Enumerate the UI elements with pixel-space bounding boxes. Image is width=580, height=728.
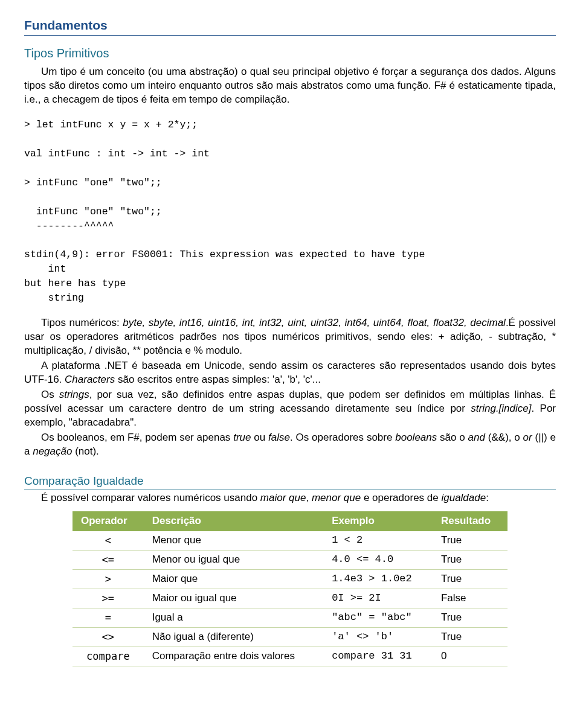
cell-example: 4.0 <= 4.0	[323, 550, 433, 569]
th-descricao: Descrição	[144, 511, 323, 531]
italic-igualdade: igualdade	[441, 492, 486, 503]
italic-characters: Characters	[65, 374, 115, 385]
text: :	[486, 492, 489, 503]
th-resultado: Resultado	[433, 511, 507, 531]
heading-comparacao: Comparação Igualdade	[24, 473, 556, 491]
cell-operator: >=	[72, 589, 144, 608]
cell-operator: compare	[72, 647, 144, 666]
text: É possível comparar valores numéricos us…	[41, 492, 260, 503]
table-row: =Igual a"abc" = "abc"True	[72, 608, 507, 627]
cell-operator: <>	[72, 627, 144, 647]
cell-operator: <=	[72, 550, 144, 569]
cell-result: 0	[433, 647, 507, 666]
th-exemplo: Exemplo	[323, 511, 433, 531]
cell-result: True	[433, 550, 507, 569]
cell-example: compare 31 31	[323, 647, 433, 666]
italic-maior: maior que	[260, 492, 306, 503]
text: ,	[306, 492, 311, 503]
paragraph-strings: Os strings, por sua vez, são definidos e…	[24, 388, 556, 430]
text: Tipos numéricos:	[41, 317, 123, 328]
italic-and: and	[468, 432, 485, 443]
italic-booleans: booleans	[395, 432, 437, 443]
heading-tipos-primitivos: Tipos Primitivos	[24, 45, 556, 62]
italic-types: byte, sbyte, int16, uint16, int, int32, …	[123, 317, 506, 328]
text: são o	[437, 432, 468, 443]
italic-true: true	[233, 432, 251, 443]
cell-result: False	[433, 589, 507, 608]
cell-result: True	[433, 531, 507, 550]
paragraph-numeric-types: Tipos numéricos: byte, sbyte, int16, uin…	[24, 316, 556, 358]
italic-strings: strings	[59, 389, 89, 400]
paragraph-unicode: A plataforma .NET é baseada em Unicode, …	[24, 359, 556, 387]
paragraph-booleans: Os booleanos, em F#, podem ser apenas tr…	[24, 431, 556, 459]
table-header-row: Operador Descrição Exemplo Resultado	[72, 511, 507, 531]
cell-example: "abc" = "abc"	[323, 608, 433, 627]
cell-description: Igual a	[144, 608, 323, 627]
cell-operator: <	[72, 531, 144, 550]
paragraph-intro: Um tipo é um conceito (ou uma abstração)…	[24, 65, 556, 107]
italic-indexing: s­tring.[indice]	[471, 403, 531, 414]
cell-description: Maior ou igual que	[144, 589, 323, 608]
cell-operator: =	[72, 608, 144, 627]
code-block: > let intFunc x y = x + 2*y;; val intFun…	[24, 118, 556, 305]
table-row: <Menor que1 < 2True	[72, 531, 507, 550]
operators-table: Operador Descrição Exemplo Resultado <Me…	[72, 511, 507, 666]
italic-false: false	[268, 432, 290, 443]
text: Os	[41, 389, 59, 400]
italic-or: or	[523, 432, 532, 443]
table-row: <>Não igual a (diferente)'a' <> 'b'True	[72, 627, 507, 647]
paragraph-compare-intro: É possível comparar valores numéricos us…	[24, 491, 556, 505]
cell-example: 1.4e3 > 1.0e2	[323, 569, 433, 589]
text: (&&), o	[485, 432, 523, 443]
table-row: >Maior que1.4e3 > 1.0e2True	[72, 569, 507, 589]
table-row: >=Maior ou igual que0I >= 2IFalse	[72, 589, 507, 608]
cell-description: Não igual a (diferente)	[144, 627, 323, 647]
cell-example: 1 < 2	[323, 531, 433, 550]
th-operador: Operador	[72, 511, 144, 531]
text: . Os operadores sobre	[290, 432, 395, 443]
text: Os booleanos, em F#, podem ser apenas	[41, 432, 233, 443]
italic-menor: menor que	[312, 492, 361, 503]
italic-not: negação	[33, 445, 72, 457]
cell-example: 'a' <> 'b'	[323, 627, 433, 647]
cell-description: Menor ou igual que	[144, 550, 323, 569]
cell-operator: >	[72, 569, 144, 589]
cell-result: True	[433, 608, 507, 627]
cell-description: Maior que	[144, 569, 323, 589]
cell-description: Comparação entre dois valores	[144, 647, 323, 666]
cell-example: 0I >= 2I	[323, 589, 433, 608]
cell-result: True	[433, 569, 507, 589]
text: (not).	[72, 445, 98, 457]
heading-fundamentos: Fundamentos	[24, 17, 556, 36]
text: ou	[251, 432, 269, 443]
text: e operadores de	[361, 492, 441, 503]
cell-result: True	[433, 627, 507, 647]
table-row: compareComparação entre dois valorescomp…	[72, 647, 507, 666]
text: são escritos entre aspas simples: 'a', '…	[115, 374, 321, 385]
table-row: <=Menor ou igual que4.0 <= 4.0True	[72, 550, 507, 569]
cell-description: Menor que	[144, 531, 323, 550]
